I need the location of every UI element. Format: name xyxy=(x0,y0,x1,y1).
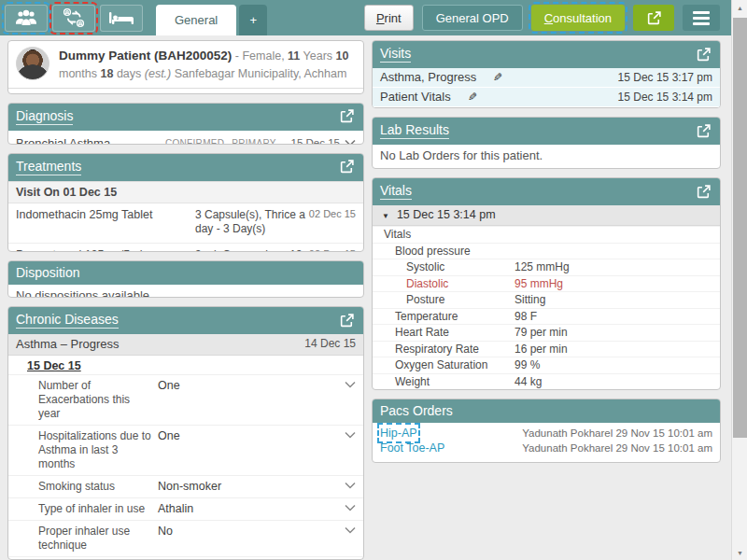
pacs-order-meta: Yadunath Pokharel 29 Nov 15 10:01 am xyxy=(522,441,712,455)
dob-value: 28 Jan 04 xyxy=(184,92,239,94)
chronic-field-row: Has spacer Yes xyxy=(8,556,363,560)
visit-row[interactable]: Patient Vitals ✎ 15 Dec 15 3:14 pm xyxy=(373,88,720,107)
patient-photo xyxy=(16,47,49,80)
vitals-title: Vitals xyxy=(380,183,412,200)
dob-label: Date of Birth xyxy=(16,92,86,94)
arrow-up-icon[interactable]: ▲ xyxy=(732,0,747,15)
triangle-down-icon: ▼ xyxy=(382,212,389,220)
chronic-diseases-expand-button[interactable] xyxy=(337,311,356,329)
patient-transfer-icon xyxy=(62,7,86,28)
chronic-field-row: Hospitalizations due to Asthma in last 3… xyxy=(8,425,363,475)
top-bar: General + Print General OPD Consultation xyxy=(0,0,731,35)
consultation-button[interactable]: Consultation xyxy=(531,5,625,31)
vitals-row: Respiratory Rate16 per min xyxy=(373,341,720,357)
drug-name: Indomethacin 25mg Tablet xyxy=(16,208,195,236)
patient-name: Dummy Patient (BAH200052) xyxy=(59,49,232,63)
treatments-title: Treatments xyxy=(16,159,81,175)
vitals-card: Vitals ▼15 Dec 15 3:14 pm Vitals Blood p… xyxy=(372,177,721,390)
consultation-label: C xyxy=(544,11,553,25)
visit-datetime: 15 Dec 15 3:14 pm xyxy=(618,91,712,104)
disposition-empty-text: No dispositions available. xyxy=(8,285,363,298)
drug-instructions: 3 ml, Once a day - 13 Day(s) xyxy=(195,248,305,253)
visit-label: Patient Vitals xyxy=(380,90,451,104)
diagnosis-order: PRIMARY xyxy=(232,138,275,145)
vitals-row: Temperature98 F xyxy=(373,308,720,325)
patients-group-icon xyxy=(15,9,37,26)
drug-instructions: 3 Capsule(s), Thrice a day - 3 Day(s) xyxy=(195,208,305,236)
lab-results-title: Lab Results xyxy=(380,122,449,139)
dob-row: Date of Birth 28 Jan 04 xyxy=(8,88,363,94)
chronic-record-row[interactable]: Asthma – Progress 14 Dec 15 xyxy=(8,334,363,356)
visits-title: Visits xyxy=(380,46,411,63)
print-label: P xyxy=(376,11,385,25)
dashboard-content: Dummy Patient (BAH200052) - Female, 11 Y… xyxy=(0,35,731,560)
diagnosis-certainty: CONFIRMED xyxy=(165,138,224,145)
general-opd-button[interactable]: General OPD xyxy=(422,5,523,31)
arrow-down-icon[interactable]: ▼ xyxy=(732,545,747,560)
chronic-diseases-title: Chronic Diseases xyxy=(16,312,119,329)
drug-date: 02 Dec 15 xyxy=(309,208,356,236)
chronic-field-row: Type of inhaler in use Athalin xyxy=(8,497,363,520)
vitals-row: Weight44 kg xyxy=(373,373,720,390)
chevron-down-icon[interactable] xyxy=(345,139,356,144)
visit-row[interactable]: Asthma, Progress ✎ 15 Dec 15 3:17 pm xyxy=(373,68,720,88)
page-scrollbar[interactable]: ▲ ▼ xyxy=(731,0,747,560)
vitals-row: Systolic125 mmHg xyxy=(373,259,720,275)
chevron-down-icon[interactable] xyxy=(345,502,356,511)
pacs-order-link[interactable]: Foot Toe-AP xyxy=(380,441,444,455)
vitals-row: Heart Rate79 per min xyxy=(373,324,720,341)
chevron-down-icon[interactable] xyxy=(345,429,356,439)
vitals-row: PostureSitting xyxy=(373,291,720,308)
pacs-order-link[interactable]: Hip-AP xyxy=(380,426,417,441)
tab-general-label: General xyxy=(175,13,218,27)
external-link-icon xyxy=(646,10,662,26)
vitals-expand-button[interactable] xyxy=(694,182,712,201)
disposition-title: Disposition xyxy=(16,265,79,280)
chronic-record-name: Asthma – Progress xyxy=(16,337,120,351)
patients-queue-button[interactable] xyxy=(5,5,48,32)
chronic-group-date: 15 Dec 15 xyxy=(8,356,363,374)
lab-results-empty-text: No Lab Orders for this patient. xyxy=(373,145,720,168)
chevron-down-icon[interactable] xyxy=(345,379,356,388)
drug-name: Paracetamol 125mg/5ml Suspension, 60ml B… xyxy=(16,248,195,253)
treatment-row: Indomethacin 25mg Tablet 3 Capsule(s), T… xyxy=(8,203,363,244)
treatment-row: Paracetamol 125mg/5ml Suspension, 60ml B… xyxy=(8,244,363,253)
diagnosis-expand-button[interactable] xyxy=(337,107,356,126)
patient-address: Sanfebagar Municipality, Achham xyxy=(175,67,347,80)
treatments-expand-button[interactable] xyxy=(337,158,356,176)
open-dashboard-button[interactable] xyxy=(633,5,674,31)
patient-summary[interactable]: Dummy Patient (BAH200052) - Female, 11 Y… xyxy=(8,41,363,88)
inpatient-bed-button[interactable] xyxy=(100,5,143,32)
visits-expand-button[interactable] xyxy=(694,45,712,63)
patient-demographics: Dummy Patient (BAH200052) - Female, 11 Y… xyxy=(59,47,356,82)
chronic-diseases-card: Chronic Diseases Asthma – Progress 14 De… xyxy=(7,306,364,560)
patient-transfer-button[interactable] xyxy=(52,5,95,32)
chevron-down-icon[interactable] xyxy=(345,525,356,534)
diagnosis-name: Bronchial Asthma xyxy=(16,136,165,145)
diagnosis-title: Diagnosis xyxy=(16,108,73,125)
drug-date: 02 Dec 15 xyxy=(309,248,356,253)
scrollbar-thumb[interactable] xyxy=(733,18,747,438)
main-menu-button[interactable] xyxy=(683,5,720,31)
general-opd-label: General OPD xyxy=(436,11,509,25)
chronic-field-row: Proper inhaler use technique No xyxy=(8,520,363,556)
pacs-orders-title: Pacs Orders xyxy=(380,403,453,418)
pacs-orders-card: Pacs Orders Hip-AP Yadunath Pokharel 29 … xyxy=(372,399,721,463)
diagnosis-row: Bronchial Asthma CONFIRMEDPRIMARY 15 Dec… xyxy=(8,131,363,145)
hamburger-menu-icon xyxy=(693,11,710,14)
vitals-row: Oxygen Saturation99 % xyxy=(373,357,720,373)
print-button[interactable]: Print xyxy=(364,5,414,31)
vitals-group-header[interactable]: ▼15 Dec 15 3:14 pm xyxy=(373,205,720,226)
lab-results-card: Lab Results No Lab Orders for this patie… xyxy=(372,117,721,169)
tab-add[interactable]: + xyxy=(239,5,267,35)
pencil-icon[interactable]: ✎ xyxy=(493,71,502,84)
pencil-icon[interactable]: ✎ xyxy=(468,91,477,104)
treatments-visit-header: Visit On 01 Dec 15 xyxy=(8,181,363,203)
chronic-field-row: Smoking status Non-smoker xyxy=(8,475,363,497)
pacs-order-row: Hip-AP Yadunath Pokharel 29 Nov 15 10:01… xyxy=(380,426,712,441)
pacs-order-row: Foot Toe-AP Yadunath Pokharel 29 Nov 15 … xyxy=(380,441,712,455)
vitals-row-abnormal: Diastolic95 mmHg xyxy=(373,275,720,292)
chevron-down-icon[interactable] xyxy=(345,480,356,489)
tab-general[interactable]: General xyxy=(156,5,236,35)
lab-results-expand-button[interactable] xyxy=(694,121,712,140)
